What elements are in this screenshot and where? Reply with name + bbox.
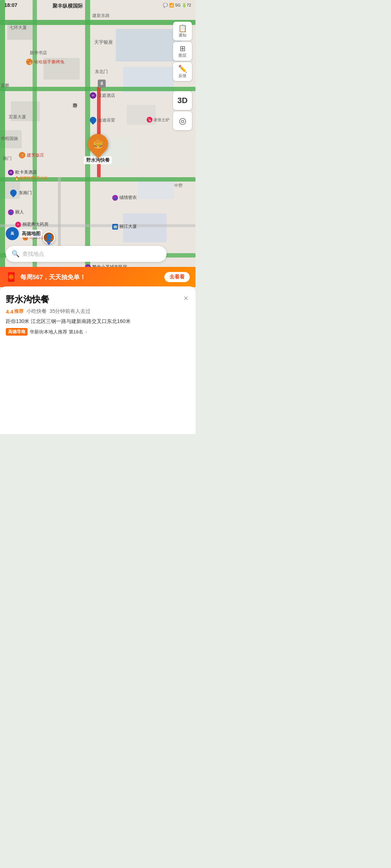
poi-jianfang: 🍴 建芳饭庄 [19,152,44,158]
panel-subtitle: 4.4 推荐 小吃快餐 35分钟前有人去过 [6,308,190,315]
map-background: 8 聚丰纵横国际 七环大厦 建新东路 天宇银座 新华书店 🍖 哈哈姐手撕烤兔 东… [0,0,196,275]
road-badge-8: 8 [98,80,106,88]
gaode-text: 高德地图 [20,230,42,238]
poi-hanting: H 汉庭酒店 [90,92,115,99]
label-jianxin: 建新东路 [92,13,110,19]
panel-last-visit: 35分钟前有人去过 [50,308,91,315]
poi-tongjunge: + 桐君阁大药房 [15,221,49,227]
user-location-marker: 👤 [43,231,55,244]
wechat-icon: 💬 [163,3,168,8]
gaode-logo-area: 高 高德地图 [6,227,42,240]
address-detail: 江北区三钢一路与建新南路交叉口东北160米 [31,318,130,324]
label-nanmen: 南门 [3,156,12,162]
label-zhongye2: 中野 [174,183,183,189]
panel-title: 野水沟快餐 [6,294,49,305]
poi-oukamei: H 欧卡美酒店 🔥 超值特惠125元起 [8,169,47,180]
feedback-label: 反馈 [178,73,186,78]
3d-label: 3D [177,96,188,105]
poi-dongnanmen: 东南门 [10,190,32,196]
poi-main-yeshuigou[interactable]: 🍔 野水沟快餐 [84,134,112,164]
poi-laozhangtuwang: 🍖 老张土炉 [147,117,169,123]
road-gray-1 [58,177,61,253]
panel-address: 距你130米 江北区三钢一路与建新南路交叉口东北160米 [6,318,190,325]
poi-lijiren: 👗 丽人 [8,209,24,215]
place-panel: 野水沟快餐 × 4.4 推荐 小吃快餐 35分钟前有人去过 距你130米 江北区… [0,286,196,434]
toolbar-spacer [173,82,192,90]
feedback-button[interactable]: ✏️ 反馈 [173,62,192,81]
status-bar: 18:07 💬 📶 5G 🔋72 [0,0,196,10]
panel-header: 野水沟快餐 × [6,294,190,305]
location-icon: ◎ [179,116,186,126]
map-area[interactable]: 8 聚丰纵横国际 七环大厦 建新东路 天宇银座 新华书店 🍖 哈哈姐手撕烤兔 东… [0,0,196,275]
distance-text: 距你130米 [6,318,29,324]
notification-icon: 📋 [178,25,187,32]
panel-category: 小吃快餐 [26,308,47,315]
poi-bubble: 🍔 [83,129,112,158]
label-huacheng: 华程国旅 [1,136,18,142]
promo-text: 每周567，天天抽免单！ [20,273,161,281]
feedback-icon: ✏️ [178,65,187,72]
building-tianyuyinzuo [116,29,181,61]
promo-go-button[interactable]: 去看看 [164,272,190,282]
panel-close-button[interactable]: × [182,294,190,303]
rating-badge: 4.4 推荐 [6,308,24,315]
layers-icon: ⊞ [180,45,186,52]
layers-button[interactable]: ⊞ 图层 [173,42,192,61]
recommend-badge: 高德导南 [6,328,28,336]
map-toolbar: 📋 通知 ⊞ 图层 ✏️ 反馈 3D ◎ [173,22,192,130]
notification-button[interactable]: 📋 通知 [173,22,192,41]
promo-banner: 🧧 每周567，天天抽免单！ 去看看 [0,267,196,287]
poi-yuqingmiyi: 👗 绒情密衣 [112,195,137,201]
label-yinqiao: 音桥 [1,82,9,89]
battery-icon: 🔋72 [182,3,191,8]
label-xinhua: 新华书店 [30,50,47,56]
poi-didi: 迪迪浴室 [90,117,115,123]
status-icons: 💬 📶 5G 🔋72 [163,3,191,8]
rating-tag: 推荐 [14,308,24,315]
poi-bubble-icon: 🍔 [92,139,103,149]
label-qihuan: 七环大厦 [9,25,27,31]
network-icon: 5G [175,3,181,7]
rating-number: 4.4 [6,309,13,315]
status-time: 18:07 [4,2,17,8]
search-placeholder: 查找地点 [22,251,44,258]
label-tianyu: 天宇银座 [94,39,113,46]
label-hongji: 宏基大厦 [9,114,26,120]
label-dongbeimen: 东北门 [95,69,108,75]
recommend-arrow: › [85,329,87,335]
road-jianxindonglu [0,20,196,25]
signal-icon: 📶 [169,3,174,8]
panel-recommend[interactable]: 高德导南 华新街本地人推荐 第18名 › [6,328,190,336]
search-bar[interactable]: 🔍 查找地点 [6,246,167,262]
poi-lijiangedaxia: 🏢 丽江大厦 [112,224,137,230]
location-button[interactable]: ◎ [173,111,192,130]
notification-label: 通知 [178,33,186,38]
layers-label: 图层 [178,53,186,58]
3d-button[interactable]: 3D [173,91,192,110]
recommend-text: 华新街本地人推荐 第18名 [30,329,83,335]
promo-icon: 🧧 [6,272,17,282]
poi-hahajie: 🍖 哈哈姐手撕烤兔 [26,59,64,65]
search-icon: 🔍 [12,250,20,258]
gaode-icon: 高 [6,227,19,240]
